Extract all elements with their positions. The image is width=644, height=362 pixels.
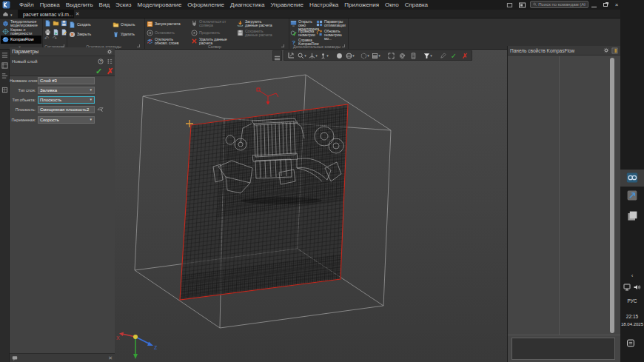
workspace-wireframe-surfaces[interactable]: Каркас и поверхности — [1, 27, 41, 36]
fit-all-button[interactable] — [386, 51, 396, 60]
stop-button[interactable]: Остановить — [147, 30, 188, 36]
normal-to-face-button[interactable] — [286, 51, 296, 60]
menu-modeling[interactable]: Моделирование — [137, 1, 181, 8]
help-circle-icon[interactable]: ? — [98, 58, 104, 64]
filter-button[interactable]: ▾ — [423, 51, 433, 60]
kompas-taskbar-active[interactable] — [620, 170, 644, 187]
new-layer-title: Новый слой — [12, 58, 98, 64]
volume-icon[interactable] — [633, 284, 641, 291]
search-icon — [533, 2, 537, 7]
layer-type-label: Тип слоя: — [10, 88, 38, 93]
edit-button[interactable] — [437, 51, 448, 60]
parameters-tab-icon[interactable] — [1, 52, 8, 58]
properties-settings-icon[interactable] — [603, 47, 609, 53]
screen-toggle-icon[interactable] — [518, 1, 526, 9]
layout-toggle-icon[interactable] — [506, 2, 513, 8]
load-calc-data-button[interactable]: Загрузить данные расчета — [237, 20, 281, 27]
list-tab-icon[interactable] — [1, 73, 8, 79]
kompas-3d-window: Файл Правка Выделить Вид Эскиз Моделиров… — [0, 0, 644, 362]
save-calc-data-button[interactable]: Сохранить данные расчета — [237, 30, 281, 37]
group-expand-solver-icon[interactable] — [281, 44, 284, 47]
home-caret-icon[interactable]: ▾ — [10, 13, 13, 17]
menu-select[interactable]: Выделить — [66, 1, 93, 8]
close-doc-icon — [69, 31, 76, 38]
object-type-select[interactable]: Плоскость▼ — [38, 96, 95, 104]
layers-tab-icon[interactable] — [1, 62, 8, 69]
3d-viewport[interactable]: X Y Z — [115, 50, 507, 362]
language-indicator[interactable]: РУС — [620, 298, 644, 304]
workspace-expand-icon[interactable]: ⌄ — [18, 43, 23, 47]
group-label-extra: Дополнительные команды — [289, 44, 345, 50]
notifications-icon[interactable] — [626, 339, 635, 347]
tree-tab-icon[interactable] — [1, 87, 8, 93]
network-icon[interactable] — [623, 284, 631, 291]
close-button[interactable]: × — [613, 1, 620, 8]
footer-close-icon[interactable]: ✕ — [108, 355, 113, 361]
minimize-button[interactable] — [590, 1, 597, 8]
coord-system-button[interactable]: ▾ — [319, 51, 329, 60]
clip-view-button[interactable]: ▾ — [371, 51, 381, 60]
app2-icon[interactable] — [625, 210, 639, 222]
optimization-params-button[interactable]: Параметры оптимизации — [316, 20, 347, 27]
command-search-input[interactable]: Поиск по командам (Alt+/) — [530, 1, 588, 8]
menu-sketch[interactable]: Эскиз — [115, 1, 131, 8]
group-expand-extra-icon[interactable] — [342, 44, 345, 47]
close-doc-button[interactable]: Закрыть — [69, 31, 91, 38]
cancel-button[interactable]: ✗ — [460, 51, 470, 60]
display-mode-button[interactable]: ▾ — [345, 51, 355, 60]
document-tab[interactable]: расчет компас v3.m... ✕ — [18, 10, 74, 19]
check-geometry-button[interactable]: Проверка геометрии — [290, 30, 314, 37]
rotate-view-button[interactable] — [397, 51, 407, 60]
hidden-lines-button[interactable]: ▾ — [360, 51, 370, 60]
zoom-button[interactable]: ▾ — [297, 51, 307, 60]
panel-pin-icon[interactable] — [611, 47, 618, 54]
delete-button[interactable]: Удалить — [113, 31, 135, 38]
print-icon[interactable] — [44, 29, 51, 36]
group-expand-main-icon[interactable] — [137, 44, 140, 47]
variable-select[interactable]: Скорость▼ — [38, 116, 95, 124]
clock-time[interactable]: 22:15 — [620, 314, 644, 319]
workspace-solid-modeling[interactable]: Твердотельное моделирование — [1, 19, 41, 27]
app-logo-icon[interactable] — [2, 1, 10, 9]
redo-icon[interactable]: ↷ — [53, 36, 57, 41]
undo-icon[interactable]: ↶ — [44, 36, 49, 41]
menu-file[interactable]: Файл — [19, 1, 34, 8]
messages-icon[interactable] — [12, 355, 18, 361]
menu-view[interactable]: Вид — [99, 1, 110, 8]
plane-select-icon[interactable] — [97, 106, 104, 113]
clock-date[interactable]: 18.04.2025 — [620, 322, 644, 326]
run-calculation-button[interactable]: Запуск расчета — [147, 21, 188, 27]
properties-scrollbar[interactable] — [610, 58, 614, 333]
create-button[interactable]: Создать — [69, 21, 91, 28]
new-doc-icon[interactable] — [44, 20, 51, 27]
menu-window[interactable]: Окно — [385, 1, 399, 8]
update-geometry-button[interactable]: Обновить геометрию мо... — [316, 30, 347, 41]
doc-properties-icon[interactable] — [53, 29, 59, 36]
orientation-button[interactable]: ▾ — [308, 51, 318, 60]
open-doc-icon[interactable] — [53, 20, 59, 27]
menu-layout[interactable]: Оформление — [187, 1, 224, 8]
menu-management[interactable]: Управление — [270, 1, 303, 8]
menu-applications[interactable]: Приложения — [344, 1, 379, 8]
menu-diagnostics[interactable]: Диагностика — [230, 1, 264, 8]
layer-type-select[interactable]: Заливка▼ — [38, 87, 95, 94]
shaded-view-button[interactable] — [334, 51, 344, 60]
continue-button[interactable]: Продолжить — [191, 30, 232, 36]
tray-expand-icon[interactable]: ‹ — [620, 272, 644, 279]
sheet-view-button[interactable] — [408, 51, 418, 60]
home-icon[interactable] — [2, 11, 9, 17]
plane-input[interactable]: Смещенная плоскость2 — [38, 106, 95, 113]
menu-help[interactable]: Справка — [405, 1, 428, 8]
menu-settings[interactable]: Настройка — [309, 1, 338, 8]
layer-name-input[interactable]: Слой #3 — [38, 77, 95, 84]
open-button[interactable]: Открыть — [113, 21, 135, 28]
accept-button[interactable]: ✓ — [449, 51, 459, 60]
disconnect-solver-button[interactable]: Отключиться от солвера — [191, 20, 232, 27]
tab-close-icon[interactable]: ✕ — [76, 11, 80, 17]
app1-icon[interactable] — [625, 190, 639, 201]
viewport-menu-button[interactable] — [272, 50, 282, 61]
menu-edit[interactable]: Правка — [40, 1, 60, 8]
restore-button[interactable] — [602, 1, 609, 8]
tree-toggle-icon[interactable] — [107, 58, 113, 64]
panel-settings-icon[interactable] — [107, 49, 113, 55]
